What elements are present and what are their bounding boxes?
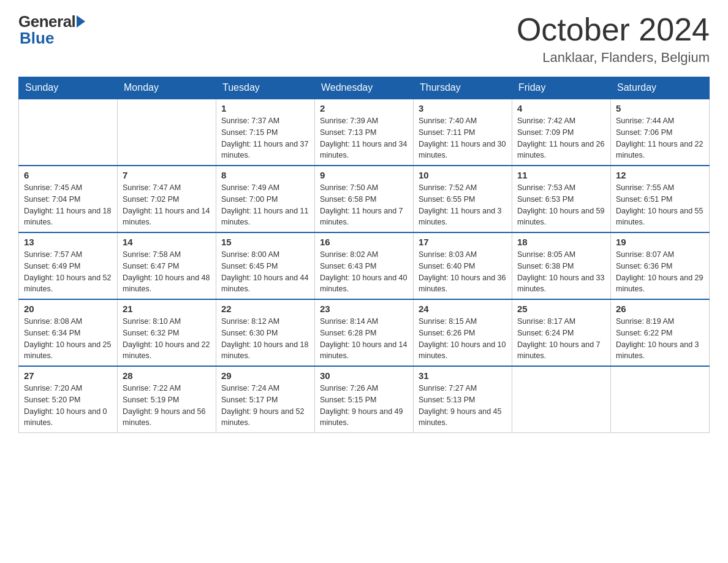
calendar-cell: 19Sunrise: 8:07 AMSunset: 6:36 PMDayligh… — [611, 232, 710, 299]
calendar-cell: 28Sunrise: 7:22 AMSunset: 5:19 PMDayligh… — [118, 366, 216, 433]
day-info: Sunrise: 7:50 AMSunset: 6:58 PMDaylight:… — [320, 182, 408, 228]
day-info: Sunrise: 7:55 AMSunset: 6:51 PMDaylight:… — [616, 182, 704, 228]
day-number: 20 — [24, 304, 112, 314]
day-info: Sunrise: 7:20 AMSunset: 5:20 PMDaylight:… — [24, 383, 112, 429]
day-info: Sunrise: 7:53 AMSunset: 6:53 PMDaylight:… — [517, 182, 605, 228]
calendar-cell: 24Sunrise: 8:15 AMSunset: 6:26 PMDayligh… — [414, 299, 512, 366]
day-info: Sunrise: 7:42 AMSunset: 7:09 PMDaylight:… — [517, 115, 605, 161]
day-number: 18 — [517, 237, 605, 247]
day-number: 6 — [24, 170, 112, 180]
logo-arrow-icon — [77, 15, 85, 28]
title-block: October 2024 Lanklaar, Flanders, Belgium — [517, 12, 710, 66]
day-number: 24 — [419, 304, 507, 314]
calendar-table: SundayMondayTuesdayWednesdayThursdayFrid… — [18, 77, 710, 433]
day-number: 27 — [24, 370, 112, 381]
day-number: 15 — [221, 237, 309, 247]
month-title: October 2024 — [517, 12, 710, 47]
calendar-cell: 4Sunrise: 7:42 AMSunset: 7:09 PMDaylight… — [512, 99, 611, 166]
day-info: Sunrise: 7:37 AMSunset: 7:15 PMDaylight:… — [221, 115, 309, 161]
logo: General Blue — [18, 12, 85, 48]
day-info: Sunrise: 7:49 AMSunset: 7:00 PMDaylight:… — [221, 182, 309, 228]
day-info: Sunrise: 7:26 AMSunset: 5:15 PMDaylight:… — [320, 383, 408, 429]
calendar-cell: 13Sunrise: 7:57 AMSunset: 6:49 PMDayligh… — [19, 232, 118, 299]
calendar-cell: 31Sunrise: 7:27 AMSunset: 5:13 PMDayligh… — [414, 366, 512, 433]
calendar-cell: 7Sunrise: 7:47 AMSunset: 7:02 PMDaylight… — [118, 166, 216, 232]
calendar-cell: 25Sunrise: 8:17 AMSunset: 6:24 PMDayligh… — [512, 299, 611, 366]
day-number: 12 — [616, 170, 704, 180]
day-number: 2 — [320, 103, 408, 113]
day-number: 31 — [419, 370, 507, 381]
calendar-cell: 1Sunrise: 7:37 AMSunset: 7:15 PMDaylight… — [216, 99, 315, 166]
day-number: 13 — [24, 237, 112, 247]
calendar-week-2: 6Sunrise: 7:45 AMSunset: 7:04 PMDaylight… — [19, 166, 710, 232]
weekday-header-saturday: Saturday — [611, 77, 710, 99]
calendar-cell: 20Sunrise: 8:08 AMSunset: 6:34 PMDayligh… — [19, 299, 118, 366]
calendar-cell — [118, 99, 216, 166]
calendar-cell — [611, 366, 710, 433]
day-info: Sunrise: 7:58 AMSunset: 6:47 PMDaylight:… — [123, 249, 211, 295]
day-info: Sunrise: 7:22 AMSunset: 5:19 PMDaylight:… — [123, 383, 211, 429]
calendar-cell — [512, 366, 611, 433]
day-number: 19 — [616, 237, 704, 247]
page-header: General Blue October 2024 Lanklaar, Flan… — [18, 12, 710, 66]
day-info: Sunrise: 8:19 AMSunset: 6:22 PMDaylight:… — [616, 316, 704, 362]
calendar-cell: 8Sunrise: 7:49 AMSunset: 7:00 PMDaylight… — [216, 166, 315, 232]
day-info: Sunrise: 7:27 AMSunset: 5:13 PMDaylight:… — [419, 383, 507, 429]
calendar-cell: 27Sunrise: 7:20 AMSunset: 5:20 PMDayligh… — [19, 366, 118, 433]
calendar-cell: 12Sunrise: 7:55 AMSunset: 6:51 PMDayligh… — [611, 166, 710, 232]
day-number: 7 — [123, 170, 211, 180]
location: Lanklaar, Flanders, Belgium — [517, 50, 710, 66]
weekday-header-sunday: Sunday — [19, 77, 118, 99]
day-number: 29 — [221, 370, 309, 381]
calendar-cell: 6Sunrise: 7:45 AMSunset: 7:04 PMDaylight… — [19, 166, 118, 232]
day-info: Sunrise: 7:45 AMSunset: 7:04 PMDaylight:… — [24, 182, 112, 228]
day-number: 9 — [320, 170, 408, 180]
calendar-cell: 23Sunrise: 8:14 AMSunset: 6:28 PMDayligh… — [315, 299, 414, 366]
day-number: 16 — [320, 237, 408, 247]
day-number: 28 — [123, 370, 211, 381]
day-number: 25 — [517, 304, 605, 314]
calendar-cell: 26Sunrise: 8:19 AMSunset: 6:22 PMDayligh… — [611, 299, 710, 366]
calendar-cell: 21Sunrise: 8:10 AMSunset: 6:32 PMDayligh… — [118, 299, 216, 366]
weekday-header-friday: Friday — [512, 77, 611, 99]
weekday-header-row: SundayMondayTuesdayWednesdayThursdayFrid… — [19, 77, 710, 99]
calendar-cell: 9Sunrise: 7:50 AMSunset: 6:58 PMDaylight… — [315, 166, 414, 232]
day-info: Sunrise: 7:47 AMSunset: 7:02 PMDaylight:… — [123, 182, 211, 228]
weekday-header-wednesday: Wednesday — [315, 77, 414, 99]
calendar-cell: 17Sunrise: 8:03 AMSunset: 6:40 PMDayligh… — [414, 232, 512, 299]
calendar-cell: 11Sunrise: 7:53 AMSunset: 6:53 PMDayligh… — [512, 166, 611, 232]
day-number: 8 — [221, 170, 309, 180]
day-number: 11 — [517, 170, 605, 180]
day-number: 26 — [616, 304, 704, 314]
weekday-header-thursday: Thursday — [414, 77, 512, 99]
weekday-header-monday: Monday — [118, 77, 216, 99]
calendar-cell: 29Sunrise: 7:24 AMSunset: 5:17 PMDayligh… — [216, 366, 315, 433]
day-number: 4 — [517, 103, 605, 113]
calendar-week-5: 27Sunrise: 7:20 AMSunset: 5:20 PMDayligh… — [19, 366, 710, 433]
day-info: Sunrise: 7:44 AMSunset: 7:06 PMDaylight:… — [616, 115, 704, 161]
calendar-cell: 22Sunrise: 8:12 AMSunset: 6:30 PMDayligh… — [216, 299, 315, 366]
calendar-week-1: 1Sunrise: 7:37 AMSunset: 7:15 PMDaylight… — [19, 99, 710, 166]
day-number: 14 — [123, 237, 211, 247]
day-number: 1 — [221, 103, 309, 113]
day-number: 23 — [320, 304, 408, 314]
logo-blue-text: Blue — [18, 29, 54, 48]
day-info: Sunrise: 7:40 AMSunset: 7:11 PMDaylight:… — [419, 115, 507, 161]
day-info: Sunrise: 8:17 AMSunset: 6:24 PMDaylight:… — [517, 316, 605, 362]
day-info: Sunrise: 8:00 AMSunset: 6:45 PMDaylight:… — [221, 249, 309, 295]
calendar-week-3: 13Sunrise: 7:57 AMSunset: 6:49 PMDayligh… — [19, 232, 710, 299]
day-info: Sunrise: 8:10 AMSunset: 6:32 PMDaylight:… — [123, 316, 211, 362]
calendar-cell: 2Sunrise: 7:39 AMSunset: 7:13 PMDaylight… — [315, 99, 414, 166]
calendar-cell: 10Sunrise: 7:52 AMSunset: 6:55 PMDayligh… — [414, 166, 512, 232]
day-info: Sunrise: 7:52 AMSunset: 6:55 PMDaylight:… — [419, 182, 507, 228]
day-info: Sunrise: 8:15 AMSunset: 6:26 PMDaylight:… — [419, 316, 507, 362]
calendar-cell: 30Sunrise: 7:26 AMSunset: 5:15 PMDayligh… — [315, 366, 414, 433]
day-info: Sunrise: 8:07 AMSunset: 6:36 PMDaylight:… — [616, 249, 704, 295]
day-info: Sunrise: 7:24 AMSunset: 5:17 PMDaylight:… — [221, 383, 309, 429]
calendar-cell: 15Sunrise: 8:00 AMSunset: 6:45 PMDayligh… — [216, 232, 315, 299]
calendar-cell: 3Sunrise: 7:40 AMSunset: 7:11 PMDaylight… — [414, 99, 512, 166]
day-number: 5 — [616, 103, 704, 113]
day-number: 17 — [419, 237, 507, 247]
calendar-cell: 16Sunrise: 8:02 AMSunset: 6:43 PMDayligh… — [315, 232, 414, 299]
day-number: 22 — [221, 304, 309, 314]
